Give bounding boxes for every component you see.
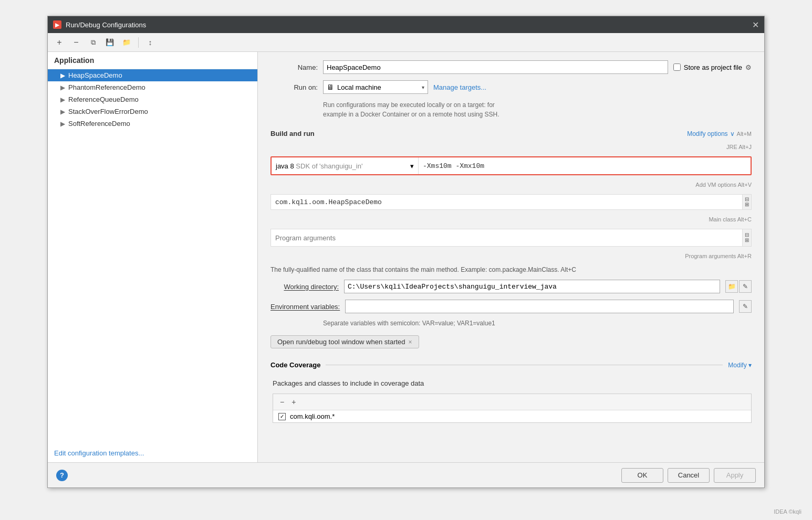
java-sdk-dropdown[interactable]: java 8 java 8 SDK of 'shanguigu_in' SDK … <box>272 157 419 174</box>
store-project-file-checkbox[interactable] <box>673 63 681 71</box>
add-vm-hint-text: Add VM options Alt+V <box>695 182 752 188</box>
title-bar: ▶ Run/Debug Configurations ✕ <box>48 16 764 33</box>
modify-options-link[interactable]: Modify options ∨ <box>687 130 734 137</box>
help-button[interactable]: ? <box>56 470 68 481</box>
fully-qualified-hint-row: The fully-qualified name of the class th… <box>270 266 752 273</box>
working-dir-row: Working directory: 📁 ✎ <box>270 280 752 293</box>
main-class-row <box>270 194 743 210</box>
dropdown-arrow-icon: ▾ <box>422 84 424 90</box>
modify-shortcut: Alt+M <box>737 131 752 137</box>
store-project-file: Store as project file ⚙ <box>673 63 752 71</box>
name-input[interactable] <box>323 60 668 74</box>
main-class-input[interactable] <box>271 195 742 209</box>
divider-line <box>326 365 723 365</box>
sort-button[interactable]: ↕ <box>143 36 158 49</box>
code-coverage-divider: Code Coverage Modify ▾ <box>270 361 752 369</box>
program-args-input[interactable] <box>270 229 743 247</box>
run-on-row: Run on: 🖥 Local machine ▾ Manage targets… <box>270 80 752 94</box>
working-dir-browse-btn[interactable]: 📁 <box>725 280 738 293</box>
build-run-box: java 8 java 8 SDK of 'shanguigu_in' SDK … <box>270 156 752 175</box>
remove-button[interactable]: − <box>69 36 84 49</box>
open-debug-btn-label: Open run/debug tool window when started <box>277 338 405 346</box>
prog-args-expand-btns: ⊟ ⊞ <box>743 229 752 247</box>
code-coverage-title: Code Coverage <box>270 361 320 369</box>
name-row: Name: Store as project file ⚙ <box>270 60 752 74</box>
coverage-toolbar: − + <box>273 394 751 410</box>
run-hint: Run configurations may be executed local… <box>323 100 752 119</box>
sidebar-item-label-5: SoftReferenceDemo <box>68 120 130 128</box>
coverage-item-label: com.kqli.oom.* <box>290 412 335 420</box>
vm-args-input[interactable] <box>419 160 751 172</box>
modify-arrow-icon: ▾ <box>748 362 752 369</box>
run-debug-dialog: ▶ Run/Debug Configurations ✕ + − ⧉ 💾 📁 ↕… <box>47 16 765 488</box>
sidebar-item-phantomreferencedemo[interactable]: ▶ PhantomReferenceDemo <box>48 81 257 93</box>
folder-button[interactable]: 📁 <box>119 36 134 49</box>
main-content: Application ▶ HeapSpaceDemo ▶ PhantomRef… <box>48 52 764 462</box>
modify-link[interactable]: Modify ▾ <box>728 362 752 369</box>
sidebar-item-label: HeapSpaceDemo <box>68 71 122 79</box>
cancel-button[interactable]: Cancel <box>668 468 710 483</box>
run-hint-text: Run configurations may be executed local… <box>323 101 499 118</box>
modify-options-label: Modify options <box>687 130 727 137</box>
main-class-hint-text: Main class Alt+C <box>709 216 752 222</box>
open-debug-button[interactable]: Open run/debug tool window when started … <box>270 335 419 348</box>
app-item-icon-5: ▶ <box>60 120 65 128</box>
sidebar-item-stackoverflowerrordemo[interactable]: ▶ StackOverFlowErrorDemo <box>48 105 257 118</box>
build-run-header: Build and run Modify options ∨ Alt+M <box>270 130 752 137</box>
env-vars-edit-btn[interactable]: ✎ <box>739 300 752 313</box>
help-label: ? <box>60 471 64 479</box>
sidebar-item-softreferencedemo[interactable]: ▶ SoftReferenceDemo <box>48 118 257 130</box>
working-dir-label: Working directory: <box>270 283 339 291</box>
app-item-icon-4: ▶ <box>60 108 65 115</box>
apply-button[interactable]: Apply <box>714 468 756 483</box>
java-sdk-text: java 8 java 8 SDK of 'shanguigu_in' SDK … <box>276 162 362 170</box>
sidebar-item-label-3: ReferenceQueueDemo <box>68 95 139 103</box>
sidebar-item-label-2: PhantomReferenceDemo <box>68 83 145 91</box>
jre-hint-row: JRE Alt+J <box>270 144 752 150</box>
coverage-remove-btn[interactable]: − <box>277 396 287 408</box>
dialog-title: Run/Debug Configurations <box>66 21 146 29</box>
main-class-section: ⊟ ⊞ <box>270 194 752 210</box>
run-on-dropdown[interactable]: 🖥 Local machine ▾ <box>323 80 428 94</box>
watermark: IDEA ©kqli <box>774 508 801 515</box>
close-icon[interactable]: ✕ <box>752 20 759 30</box>
prog-args-label-row: Program arguments Alt+R <box>270 253 752 259</box>
coverage-desc-text: Packages and classes to include in cover… <box>273 379 424 387</box>
app-item-icon: ▶ <box>60 72 65 79</box>
open-debug-close-icon[interactable]: × <box>409 338 412 346</box>
sidebar-item-heapspacedemo[interactable]: ▶ HeapSpaceDemo <box>48 69 257 81</box>
working-dir-input[interactable] <box>344 280 720 293</box>
main-class-expand-btns: ⊟ ⊞ <box>743 194 752 210</box>
env-vars-label: Environment variables: <box>270 303 340 311</box>
env-hint-row: Separate variables with semicolon: VAR=v… <box>323 320 752 327</box>
computer-icon: 🖥 <box>327 83 334 91</box>
coverage-table: − + ✓ com.kqli.oom.* <box>273 394 752 423</box>
java-sdk-dropdown-arrow: ▾ <box>410 162 414 170</box>
ok-button[interactable]: OK <box>621 468 663 483</box>
build-run-title: Build and run <box>270 130 315 137</box>
env-vars-row: Environment variables: ✎ <box>270 300 752 313</box>
sidebar-item-referencequeuedemo[interactable]: ▶ ReferenceQueueDemo <box>48 93 257 105</box>
modify-label: Modify <box>728 362 746 369</box>
app-item-icon-3: ▶ <box>60 96 65 103</box>
save-button[interactable]: 💾 <box>102 36 117 49</box>
fully-qualified-hint-text: The fully-qualified name of the class th… <box>270 266 576 273</box>
name-label: Name: <box>270 63 318 71</box>
coverage-item-checkbox[interactable]: ✓ <box>278 413 286 420</box>
left-panel-header: Application <box>48 52 257 69</box>
env-hint-text: Separate variables with semicolon: VAR=v… <box>323 320 495 327</box>
env-vars-input[interactable] <box>345 300 734 313</box>
working-dir-edit-btn[interactable]: ✎ <box>739 280 752 293</box>
expand-prog-args-fullscreen-btn[interactable]: ⊞ <box>745 238 749 243</box>
expand-main-class-fullscreen-btn[interactable]: ⊞ <box>745 202 749 207</box>
modify-options-row: Modify options ∨ Alt+M <box>687 130 752 137</box>
settings-icon[interactable]: ⚙ <box>745 63 752 71</box>
toolbar: + − ⧉ 💾 📁 ↕ <box>48 33 764 52</box>
sidebar-item-label-4: StackOverFlowErrorDemo <box>68 108 148 115</box>
manage-targets-link[interactable]: Manage targets... <box>433 83 486 91</box>
app-item-icon-2: ▶ <box>60 84 65 91</box>
copy-button[interactable]: ⧉ <box>86 36 100 49</box>
add-button[interactable]: + <box>52 36 67 49</box>
edit-templates-link[interactable]: Edit configuration templates... <box>48 444 257 462</box>
coverage-add-btn[interactable]: + <box>289 396 298 408</box>
